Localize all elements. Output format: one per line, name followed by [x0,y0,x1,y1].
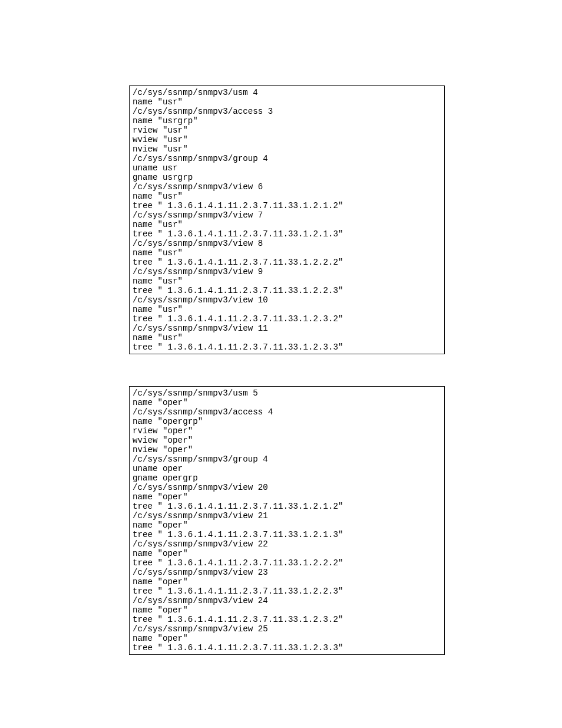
code-block-usr: /c/sys/ssnmp/snmpv3/usm 4 name "usr" /c/… [129,85,445,354]
document-page: /c/sys/ssnmp/snmpv3/usm 4 name "usr" /c/… [0,0,562,728]
code-block-oper: /c/sys/ssnmp/snmpv3/usm 5 name "oper" /c… [129,386,445,655]
